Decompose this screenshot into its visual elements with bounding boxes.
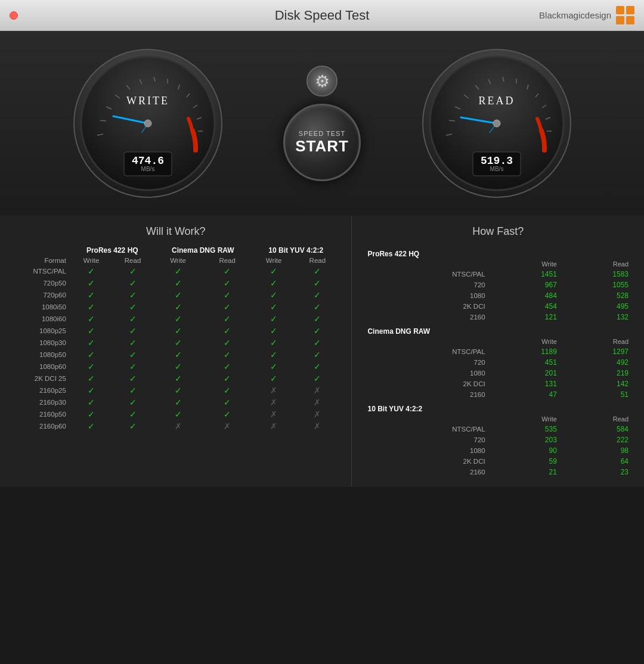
- check-icon: ✓: [270, 314, 277, 324]
- check-cell: ✓: [202, 384, 252, 396]
- check-icon: ✓: [224, 278, 231, 288]
- rt-col-label: Read: [561, 337, 632, 346]
- rt-data-row: NTSC/PAL14511583: [364, 269, 632, 280]
- start-button[interactable]: SPEED TEST START: [283, 104, 361, 181]
- check-icon: ✓: [175, 398, 182, 407]
- format-cell: 1080i50: [12, 301, 71, 313]
- table-row: 2K DCI 25✓✓✓✓✓✓: [12, 373, 339, 384]
- check-icon: ✓: [129, 409, 137, 419]
- check-icon: ✓: [270, 362, 277, 371]
- rt-value-cell: 59: [489, 456, 561, 467]
- check-icon: ✓: [88, 409, 95, 419]
- check-cell: ✓: [154, 265, 203, 277]
- check-cell: ✓: [71, 337, 112, 349]
- rt-col-label: Write: [489, 414, 561, 424]
- check-icon: ✓: [270, 302, 277, 312]
- check-icon: ✓: [129, 326, 137, 336]
- rt-format-cell: 720: [364, 280, 488, 290]
- check-cell: ✓: [252, 313, 295, 325]
- read-header-3: Read: [295, 256, 339, 265]
- close-button[interactable]: [10, 11, 18, 20]
- check-cell: ✓: [71, 361, 112, 373]
- check-cell: ✓: [154, 408, 203, 420]
- check-cell: ✓: [202, 408, 252, 420]
- check-icon: ✓: [88, 266, 95, 276]
- read-gauge-container: 519.3 MB/s READ: [373, 46, 620, 201]
- check-icon: ✓: [175, 374, 182, 383]
- rt-col-header-row: WriteRead: [364, 259, 632, 269]
- check-icon: ✓: [224, 326, 231, 336]
- rt-format-cell: 1080: [364, 368, 488, 378]
- gear-button[interactable]: ⚙: [306, 66, 338, 97]
- check-cell: ✗: [295, 408, 339, 420]
- rt-value-cell: 131: [489, 378, 561, 389]
- rt-value-cell: 535: [489, 424, 561, 435]
- format-cell: 720p60: [12, 289, 71, 301]
- start-button-line2: START: [295, 137, 349, 156]
- table-row: 1080p25✓✓✓✓✓✓: [12, 325, 339, 337]
- rt-value-cell: 51: [561, 389, 632, 400]
- rt-data-row: 720203222: [364, 435, 632, 445]
- check-cell: ✓: [112, 373, 153, 384]
- rt-data-row: 2K DCI131142: [364, 378, 632, 389]
- check-cell: ✓: [295, 265, 339, 277]
- left-table-body: NTSC/PAL✓✓✓✓✓✓720p50✓✓✓✓✓✓720p60✓✓✓✓✓✓10…: [12, 265, 339, 432]
- format-cell: 2K DCI 25: [12, 373, 71, 384]
- cinema-header: Cinema DNG RAW: [154, 245, 252, 256]
- rt-value-cell: 47: [489, 389, 561, 400]
- check-cell: ✗: [252, 408, 295, 420]
- check-icon: ✓: [224, 374, 231, 383]
- rt-section-header-row: ProRes 422 HQ: [364, 245, 632, 259]
- check-cell: ✓: [154, 384, 203, 396]
- rt-col-header-row: WriteRead: [364, 337, 632, 346]
- check-cell: ✓: [71, 349, 112, 361]
- check-cell: ✓: [71, 408, 112, 420]
- check-icon: ✓: [129, 278, 137, 288]
- check-cell: ✓: [112, 277, 153, 289]
- format-cell: 2160p30: [12, 396, 71, 408]
- title-bar: Disk Speed Test Blackmagicdesign: [0, 0, 644, 31]
- check-cell: ✓: [112, 361, 153, 373]
- rt-format-cell: 1080: [364, 445, 488, 456]
- svg-text:READ: READ: [478, 95, 515, 107]
- check-cell: ✓: [154, 277, 203, 289]
- svg-point-39: [493, 120, 500, 127]
- check-cell: ✓: [112, 313, 153, 325]
- rt-data-row: 1080201219: [364, 368, 632, 378]
- rt-col-label: Read: [561, 414, 632, 424]
- check-cell: ✓: [295, 337, 339, 349]
- yuv-header: 10 Bit YUV 4:2:2: [252, 245, 339, 256]
- check-icon: ✓: [224, 350, 231, 359]
- rt-col-label: Read: [561, 259, 632, 269]
- check-icon: ✓: [224, 386, 231, 395]
- rt-value-cell: 64: [561, 456, 632, 467]
- check-cell: ✓: [112, 301, 153, 313]
- rt-value-cell: 967: [489, 280, 561, 290]
- left-table: ProRes 422 HQ Cinema DNG RAW 10 Bit YUV …: [12, 245, 339, 432]
- table-row: 1080p50✓✓✓✓✓✓: [12, 349, 339, 361]
- check-icon: ✓: [175, 278, 182, 288]
- check-icon: ✓: [129, 314, 137, 324]
- check-cell: ✗: [154, 420, 203, 432]
- check-icon: ✓: [314, 326, 321, 336]
- check-cell: ✓: [295, 313, 339, 325]
- check-cell: ✗: [252, 396, 295, 408]
- check-cell: ✓: [295, 289, 339, 301]
- right-table-body: ProRes 422 HQWriteReadNTSC/PAL1451158372…: [364, 245, 632, 477]
- check-cell: ✓: [112, 265, 153, 277]
- rt-value-cell: 1451: [489, 269, 561, 280]
- check-cell: ✓: [71, 265, 112, 277]
- rt-value-cell: 222: [561, 435, 632, 445]
- check-cell: ✗: [295, 396, 339, 408]
- check-cell: ✓: [154, 337, 203, 349]
- read-gauge-svg: 519.3 MB/s READ: [419, 46, 574, 201]
- check-icon: ✓: [129, 421, 137, 431]
- check-cell: ✓: [71, 289, 112, 301]
- format-cell: 2160p50: [12, 408, 71, 420]
- check-cell: ✓: [252, 265, 295, 277]
- check-cell: ✗: [252, 420, 295, 432]
- start-button-line1: SPEED TEST: [299, 130, 345, 137]
- rt-format-cell: 2160: [364, 312, 488, 322]
- check-cell: ✓: [202, 325, 252, 337]
- brand-square-1: [616, 6, 624, 14]
